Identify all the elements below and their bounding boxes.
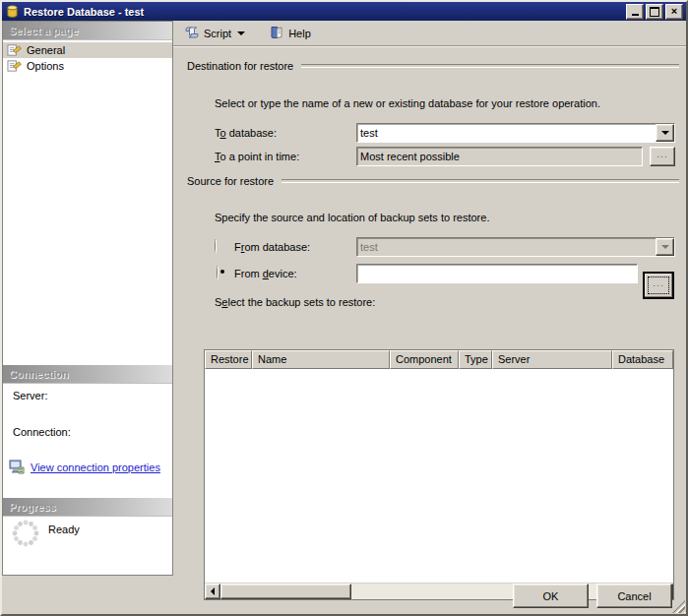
from-device-radio[interactable] xyxy=(217,266,219,279)
cancel-button-label: Cancel xyxy=(617,590,651,602)
page-icon xyxy=(7,43,23,57)
point-in-time-browse-button[interactable]: ... xyxy=(650,147,675,166)
script-dropdown-icon xyxy=(237,31,245,35)
close-icon: × xyxy=(671,6,677,17)
help-button-label: Help xyxy=(288,28,311,39)
grid-body[interactable] xyxy=(205,369,673,584)
point-in-time-field xyxy=(356,147,643,166)
from-database-label: From database: xyxy=(234,241,310,253)
destination-group-label: Destination for restore xyxy=(187,60,293,72)
grid-header-server[interactable]: Server xyxy=(492,350,612,369)
ellipsis-icon: ... xyxy=(657,152,667,157)
to-database-input[interactable] xyxy=(357,124,656,142)
sidebar: Select a page General Options Connect xyxy=(2,21,173,576)
progress-spinner-icon xyxy=(11,519,40,550)
grid-header-database[interactable]: Database xyxy=(612,350,673,369)
progress-header: Progress xyxy=(3,498,172,517)
point-in-time-input xyxy=(357,148,642,165)
from-device-field[interactable] xyxy=(356,264,638,283)
ok-button[interactable]: OK xyxy=(513,584,589,608)
maximize-icon xyxy=(650,7,659,17)
toolbar: Script Help xyxy=(173,21,686,46)
ok-button-label: OK xyxy=(543,590,559,602)
chevron-down-icon xyxy=(661,131,669,135)
destination-hint: Select or type the name of a new or exis… xyxy=(215,97,600,109)
arrow-left-icon xyxy=(211,587,215,595)
grid-header-component[interactable]: Component xyxy=(390,350,459,369)
from-device-browse-button[interactable]: ... xyxy=(644,273,673,298)
select-a-page-header: Select a page xyxy=(3,22,172,40)
grid-header-name[interactable]: Name xyxy=(252,350,390,369)
from-database-radio[interactable] xyxy=(215,239,217,253)
grid-header-type[interactable]: Type xyxy=(459,350,492,369)
chevron-down-icon xyxy=(661,245,669,249)
from-database-dropdown-button xyxy=(656,238,674,256)
ellipsis-icon: ... xyxy=(653,280,663,286)
backup-sets-grid: Restore Name Component Type Server Datab… xyxy=(204,349,674,600)
script-icon xyxy=(184,25,204,42)
from-database-combobox xyxy=(356,237,675,257)
connection-header: Connection xyxy=(3,365,172,384)
help-icon xyxy=(269,25,288,42)
sidebar-item-general[interactable]: General xyxy=(3,42,172,58)
source-group: Source for restore xyxy=(187,175,679,187)
cancel-button[interactable]: Cancel xyxy=(596,584,672,608)
minimize-button[interactable] xyxy=(626,4,644,20)
destination-group: Destination for restore xyxy=(187,60,679,72)
to-database-label: To database: xyxy=(215,127,277,139)
scroll-left-button[interactable] xyxy=(205,584,220,599)
source-hint: Specify the source and location of backu… xyxy=(215,212,489,223)
server-label: Server: xyxy=(13,390,47,401)
to-database-dropdown-button[interactable] xyxy=(656,124,674,142)
source-group-label: Source for restore xyxy=(187,175,274,187)
connection-properties-icon xyxy=(9,459,25,476)
maximize-button[interactable] xyxy=(646,4,663,20)
scrollbar-thumb[interactable] xyxy=(220,584,351,599)
sidebar-item-label: Options xyxy=(27,60,64,72)
group-divider xyxy=(281,179,679,183)
help-button[interactable]: Help xyxy=(264,23,316,44)
from-device-label: From device: xyxy=(234,268,297,279)
grid-header-row: Restore Name Component Type Server Datab… xyxy=(205,350,673,369)
from-database-input xyxy=(357,238,656,256)
script-button-label: Script xyxy=(204,28,231,39)
window-title: Restore Database - test xyxy=(24,6,624,18)
page-icon xyxy=(7,59,23,73)
script-button[interactable]: Script xyxy=(179,23,250,44)
sidebar-item-options[interactable]: Options xyxy=(3,58,172,74)
titlebar: Restore Database - test × xyxy=(2,2,686,21)
close-button[interactable]: × xyxy=(665,4,683,20)
progress-status: Ready xyxy=(48,524,80,535)
from-device-input[interactable] xyxy=(357,265,637,282)
group-divider xyxy=(301,64,679,68)
to-database-combobox[interactable] xyxy=(356,123,675,143)
minimize-icon xyxy=(632,14,639,16)
backup-sets-label: Select the backup sets to restore: xyxy=(215,296,375,308)
grid-header-restore[interactable]: Restore xyxy=(205,350,252,369)
connection-label: Connection: xyxy=(13,426,71,438)
general-page-content: Destination for restore Select or type t… xyxy=(173,46,686,614)
view-connection-properties-row: View connection properties xyxy=(9,459,160,476)
point-in-time-label: To a point in time: xyxy=(215,151,299,162)
database-icon xyxy=(5,4,20,19)
view-connection-properties-link[interactable]: View connection properties xyxy=(31,462,160,473)
sidebar-item-label: General xyxy=(27,44,65,56)
